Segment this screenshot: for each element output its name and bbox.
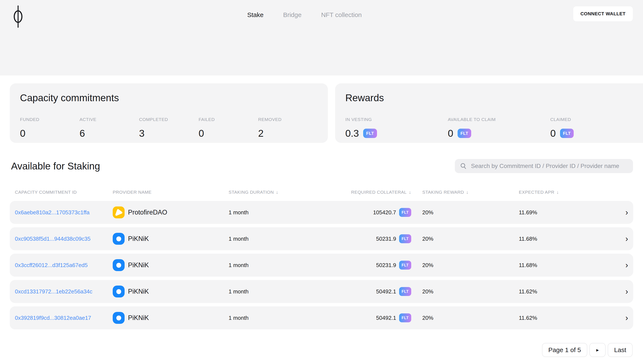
tab-bridge[interactable]: Bridge (282, 11, 303, 19)
tab-stake[interactable]: Stake (246, 11, 265, 19)
stat-funded: FUNDED 0 (20, 117, 80, 139)
provider-cell: PiKNiK (113, 286, 228, 298)
col-label: CAPACITY COMMITMENT ID (15, 190, 77, 195)
top-bar: Stake Bridge NFT collection CONNECT WALL… (0, 0, 643, 76)
collateral-cell: 50231.9 FLT (318, 261, 411, 270)
chevron-right-icon[interactable]: › (620, 235, 628, 243)
flt-token-badge: FLT (399, 287, 411, 296)
protofire-shape-icon (113, 206, 124, 218)
commitment-id-link[interactable]: 0x392819f9cd...30812ea0ae17 (15, 315, 91, 321)
stat-value: 3 (139, 128, 144, 139)
rewards-stats: IN VESTING 0.3 FLT AVAILABLE TO CLAIM 0 … (345, 117, 643, 139)
sort-desc-icon[interactable]: ↓ (556, 190, 559, 195)
stat-value: 0 (448, 128, 453, 139)
piknik-dot-icon (116, 289, 121, 294)
stat-value: 2 (258, 128, 264, 139)
provider-cell: PiKNiK (113, 312, 228, 324)
stat-label: FUNDED (20, 117, 80, 122)
stat-available-to-claim: AVAILABLE TO CLAIM 0 FLT (448, 117, 550, 139)
commitment-id-link[interactable]: 0xc90538f5d1...944d38c09c35 (15, 236, 90, 242)
stat-label: REMOVED (258, 117, 318, 122)
connect-wallet-button[interactable]: CONNECT WALLET (573, 6, 633, 21)
stat-completed: COMPLETED 3 (139, 117, 198, 139)
flt-token-badge: FLT (399, 208, 411, 217)
table-row[interactable]: 0x392819f9cd...30812ea0ae17 PiKNiK 1 mon… (10, 306, 633, 329)
search-box (455, 159, 633, 173)
stat-value: 0 (20, 128, 26, 139)
collateral-value: 50492.1 (376, 315, 396, 321)
flt-token-badge: FLT (458, 129, 472, 138)
stat-value: 0 (198, 128, 204, 139)
col-staking-duration[interactable]: STAKING DURATION ↓ (228, 190, 318, 195)
stat-label: AVAILABLE TO CLAIM (448, 117, 550, 122)
stat-active: ACTIVE 6 (80, 117, 139, 139)
search-input[interactable] (470, 162, 628, 170)
stat-value: 0.3 (345, 128, 359, 139)
stake-page: Stake Bridge NFT collection CONNECT WALL… (0, 0, 643, 364)
flt-token-badge: FLT (399, 314, 411, 322)
stat-failed: FAILED 0 (198, 117, 258, 139)
commitment-id-link[interactable]: 0x6aebe810a2...1705373c1ffa (15, 209, 90, 216)
chevron-right-icon[interactable]: › (620, 314, 628, 322)
flt-token-badge: FLT (399, 261, 411, 270)
commitment-id-cell: 0xc90538f5d1...944d38c09c35 (15, 236, 113, 242)
provider-name: PiKNiK (128, 288, 149, 295)
collateral-value: 105420.7 (373, 209, 396, 216)
duration-cell: 1 month (228, 288, 318, 295)
reward-cell: 20% (411, 209, 519, 216)
col-capacity-commitment-id: CAPACITY COMMITMENT ID (15, 190, 113, 195)
stat-label: CLAIMED (550, 117, 643, 122)
staking-rows: 0x6aebe810a2...1705373c1ffa ProtofireDAO… (10, 201, 633, 333)
tab-nft-collection[interactable]: NFT collection (320, 11, 363, 19)
sort-desc-icon[interactable]: ↓ (466, 190, 469, 195)
piknik-dot-icon (116, 263, 121, 268)
reward-cell: 20% (411, 288, 519, 295)
sort-desc-icon[interactable]: ↓ (276, 190, 278, 195)
provider-name: ProtofireDAO (128, 208, 167, 216)
commitment-id-cell: 0xcd13317972...1eb22e56a34c (15, 288, 113, 295)
sort-desc-icon[interactable]: ↓ (409, 190, 412, 195)
table-row[interactable]: 0x6aebe810a2...1705373c1ffa ProtofireDAO… (10, 201, 633, 224)
commitment-id-link[interactable]: 0xcd13317972...1eb22e56a34c (15, 288, 92, 295)
commitment-id-cell: 0x6aebe810a2...1705373c1ffa (15, 209, 113, 216)
stat-label: ACTIVE (80, 117, 139, 122)
stat-label: IN VESTING (345, 117, 448, 122)
apr-cell: 11.62% (519, 288, 620, 295)
reward-cell: 20% (411, 262, 519, 268)
table-row[interactable]: 0xcd13317972...1eb22e56a34c PiKNiK 1 mon… (10, 280, 633, 303)
collateral-cell: 50492.1 FLT (318, 314, 411, 322)
table-row[interactable]: 0x3ccff26012...d3f125a67ed5 PiKNiK 1 mon… (10, 254, 633, 276)
collateral-value: 50231.9 (376, 262, 396, 268)
table-row[interactable]: 0xc90538f5d1...944d38c09c35 PiKNiK 1 mon… (10, 227, 633, 250)
col-required-collateral[interactable]: REQUIRED COLLATERAL ↓ (318, 190, 411, 195)
collateral-value: 50231.9 (376, 236, 396, 242)
summary-cards: Capacity commitments FUNDED 0 ACTIVE 6 C… (10, 83, 633, 143)
provider-cell: PiKNiK (113, 259, 228, 271)
flt-token-badge: FLT (399, 234, 411, 243)
col-label: REQUIRED COLLATERAL (351, 190, 406, 195)
collateral-cell: 50492.1 FLT (318, 287, 411, 296)
flt-token-badge: FLT (560, 129, 574, 138)
stat-label: COMPLETED (139, 117, 198, 122)
page-indicator-button[interactable]: Page 1 of 5 (542, 343, 587, 357)
commitment-id-link[interactable]: 0x3ccff26012...d3f125a67ed5 (15, 262, 88, 268)
chevron-right-icon[interactable]: › (620, 208, 628, 216)
provider-name: PiKNiK (128, 261, 149, 269)
commitment-id-cell: 0x3ccff26012...d3f125a67ed5 (15, 262, 113, 268)
stat-in-vesting: IN VESTING 0.3 FLT (345, 117, 448, 139)
last-page-button[interactable]: Last (608, 343, 632, 357)
reward-cell: 20% (411, 315, 519, 321)
chevron-right-icon[interactable]: › (620, 261, 628, 269)
pagination: Page 1 of 5 ▸ Last (542, 343, 632, 357)
provider-avatar (113, 259, 124, 271)
duration-cell: 1 month (228, 236, 318, 242)
col-expected-apr[interactable]: EXPECTED APR ↓ (519, 190, 620, 195)
col-staking-reward[interactable]: STAKING REWARD ↓ (411, 190, 519, 195)
next-page-button[interactable]: ▸ (590, 343, 606, 357)
provider-avatar (113, 286, 124, 298)
chevron-right-icon[interactable]: › (620, 288, 628, 296)
provider-cell: PiKNiK (113, 233, 228, 245)
collateral-value: 50492.1 (376, 288, 396, 295)
duration-cell: 1 month (228, 262, 318, 268)
provider-avatar (113, 206, 124, 218)
